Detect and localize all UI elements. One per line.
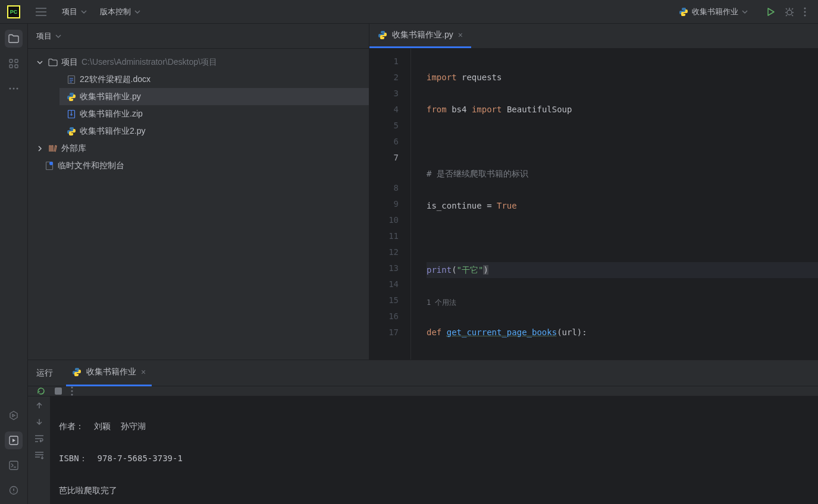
console-output[interactable]: 作者： 刘颖 孙守湖 ISBN： 978-7-5685-3739-1 芭比啦爬取… — [51, 396, 818, 504]
tree-file-label: 22软件梁程超.docx — [80, 74, 151, 85]
svg-rect-12 — [10, 461, 18, 470]
svg-point-0 — [787, 10, 792, 15]
library-icon — [48, 144, 58, 153]
svg-point-19 — [71, 387, 73, 389]
editor-tab-bar: 收集书籍作业.py × — [369, 24, 818, 49]
tree-file-label: 收集书籍作业.zip — [80, 109, 143, 119]
soft-wrap-button[interactable] — [35, 434, 44, 443]
chevron-down-icon — [742, 9, 748, 15]
console-line: 作者： 刘颖 孙守湖 — [59, 418, 810, 434]
svg-point-10 — [17, 88, 18, 90]
tree-root-path: C:\Users\Administrator\Desktop\项目 — [82, 57, 217, 68]
stop-button[interactable] — [54, 387, 62, 395]
run-panel-tabs: 运行 收集书籍作业 × — [28, 360, 818, 386]
scroll-up-button[interactable] — [35, 401, 43, 410]
chevron-down-icon — [134, 9, 140, 15]
scroll-down-button[interactable] — [35, 418, 43, 426]
svg-point-17 — [49, 162, 53, 165]
chevron-right-icon — [37, 146, 43, 152]
menu-vcs-label: 版本控制 — [100, 7, 131, 17]
close-icon[interactable]: × — [458, 30, 463, 40]
chevron-down-icon — [55, 33, 61, 39]
tree-file-zip[interactable]: 收集书籍作业.zip — [59, 105, 369, 122]
run-tab-label: 收集书籍作业 — [86, 367, 136, 377]
tree-root-label: 项目 — [61, 57, 78, 68]
run-panel: 运行 收集书籍作业 × 作者： 刘颖 孙守湖 — [28, 360, 818, 504]
svg-rect-18 — [55, 388, 62, 395]
tree-file-py2[interactable]: 收集书籍作业2.py — [59, 122, 369, 140]
svg-rect-4 — [10, 59, 12, 62]
gutter: 1234567 891011121314151617 — [369, 49, 411, 360]
svg-rect-5 — [15, 59, 18, 62]
tree-file-py1[interactable]: 收集书籍作业.py — [59, 88, 369, 105]
debug-button[interactable] — [785, 7, 794, 17]
python-icon — [378, 30, 387, 40]
more-actions-button[interactable] — [71, 386, 73, 396]
run-config-selector[interactable]: 收集书籍作业 — [679, 7, 748, 17]
project-pane: 项目 项目 C:\Users\Administrator\Desktop\项目 … — [28, 24, 369, 360]
svg-rect-6 — [10, 65, 12, 68]
svg-rect-7 — [15, 65, 18, 68]
run-button[interactable] — [766, 7, 775, 17]
run-panel-title: 运行 — [36, 368, 53, 379]
menu-vcs[interactable]: 版本控制 — [100, 7, 140, 17]
main-menu-button[interactable] — [36, 8, 46, 16]
tree-file-label: 收集书籍作业.py — [80, 92, 141, 102]
tree-file-label: 收集书籍作业2.py — [80, 126, 145, 137]
svg-point-2 — [804, 11, 806, 12]
folder-icon — [48, 58, 58, 67]
run-config-name: 收集书籍作业 — [692, 7, 738, 17]
scratch-icon — [45, 161, 54, 171]
usages-inlay[interactable]: 1 个用法 — [427, 298, 456, 307]
svg-point-9 — [13, 88, 15, 90]
editor-tab[interactable]: 收集书籍作业.py × — [369, 23, 471, 48]
scroll-to-end-button[interactable] — [35, 451, 44, 459]
console-line: 芭比啦爬取完了 — [59, 483, 810, 499]
python-icon — [67, 127, 76, 136]
problems-tool-button[interactable] — [5, 481, 23, 499]
svg-point-1 — [804, 7, 806, 9]
svg-point-21 — [71, 394, 73, 396]
run-toolbar — [28, 386, 818, 396]
python-icon — [72, 367, 82, 377]
svg-point-20 — [71, 390, 73, 392]
structure-tool-button[interactable] — [5, 55, 23, 73]
project-pane-title: 项目 — [36, 31, 52, 42]
tree-root[interactable]: 项目 C:\Users\Administrator\Desktop\项目 — [28, 53, 369, 71]
editor-tab-label: 收集书籍作业.py — [392, 30, 453, 40]
tree-file-docx[interactable]: 22软件梁程超.docx — [59, 71, 369, 88]
menu-project[interactable]: 项目 — [62, 7, 87, 17]
project-pane-header[interactable]: 项目 — [28, 24, 369, 49]
archive-icon — [67, 109, 76, 119]
more-button[interactable] — [804, 7, 806, 17]
terminal-tool-button[interactable] — [5, 456, 23, 474]
console-line: ISBN： 978-7-5685-3739-1 — [59, 451, 810, 467]
editor-pane: 收集书籍作业.py × 1234567 891011121314151617 i… — [369, 24, 818, 360]
doc-icon — [67, 75, 76, 84]
run-tab[interactable]: 收集书籍作业 × — [66, 360, 152, 386]
tree-scratches-label: 临时文件和控制台 — [58, 160, 124, 171]
pycharm-logo-icon: PC — [7, 5, 20, 18]
svg-point-8 — [10, 88, 11, 90]
project-tool-button[interactable] — [5, 30, 23, 48]
close-icon[interactable]: × — [141, 367, 146, 377]
project-tree: 项目 C:\Users\Administrator\Desktop\项目 22软… — [28, 49, 369, 174]
services-tool-button[interactable] — [5, 407, 23, 424]
chevron-down-icon — [37, 59, 43, 65]
rerun-button[interactable] — [36, 386, 46, 396]
code-area[interactable]: import requests from bs4 import Beautifu… — [411, 49, 818, 360]
tree-extlibs-label: 外部库 — [61, 143, 86, 154]
titlebar: PC 项目 版本控制 收集书籍作业 — [0, 0, 818, 24]
left-toolbar — [0, 24, 28, 504]
svg-point-3 — [804, 14, 806, 16]
editor-body[interactable]: 1234567 891011121314151617 import reques… — [369, 49, 818, 360]
python-icon — [67, 92, 76, 102]
tree-external-libs[interactable]: 外部库 — [28, 140, 369, 157]
chevron-down-icon — [81, 9, 87, 15]
menu-project-label: 项目 — [62, 7, 77, 17]
console-side-toolbar — [28, 396, 51, 504]
python-icon — [679, 7, 688, 17]
more-tool-button[interactable] — [5, 80, 23, 97]
run-tool-button[interactable] — [5, 431, 23, 449]
tree-scratches[interactable]: 临时文件和控制台 — [28, 157, 369, 174]
